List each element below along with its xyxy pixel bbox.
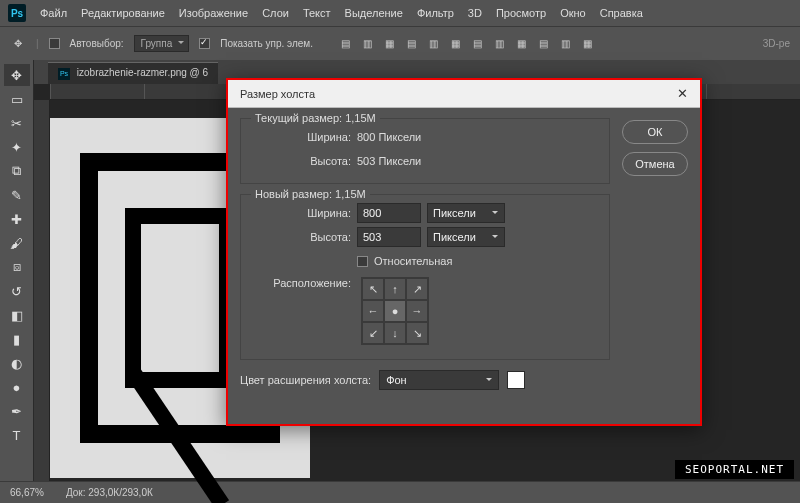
align-btn[interactable]: ▥ (555, 34, 575, 54)
anchor-e[interactable]: → (406, 300, 428, 322)
current-height-value: 503 Пиксели (357, 155, 421, 167)
ps-file-icon: Ps (58, 68, 70, 80)
new-size-value: 1,15M (335, 188, 366, 200)
align-btn[interactable]: ▦ (577, 34, 597, 54)
history-brush-tool[interactable]: ↺ (4, 280, 30, 302)
extension-color-label: Цвет расширения холста: (240, 374, 371, 386)
anchor-nw[interactable]: ↖ (362, 278, 384, 300)
autoselect-combo[interactable]: Группа (134, 35, 190, 52)
menu-3d[interactable]: 3D (468, 7, 482, 19)
anchor-w[interactable]: ← (362, 300, 384, 322)
current-size-value: 1,15M (345, 112, 376, 124)
eraser-tool[interactable]: ◧ (4, 304, 30, 326)
anchor-n[interactable]: ↑ (384, 278, 406, 300)
relative-checkbox[interactable] (357, 256, 368, 267)
align-btn[interactable]: ▥ (489, 34, 509, 54)
relative-label: Относительная (374, 255, 452, 267)
current-size-legend: Текущий размер: (255, 112, 342, 124)
menu-file[interactable]: Файл (40, 7, 67, 19)
align-btn[interactable]: ▤ (533, 34, 553, 54)
autoselect-label: Автовыбор: (70, 38, 124, 49)
align-btn[interactable]: ▤ (401, 34, 421, 54)
gradient-tool[interactable]: ▮ (4, 328, 30, 350)
three-d-label: 3D-ре (763, 38, 790, 49)
menu-select[interactable]: Выделение (345, 7, 403, 19)
new-width-label: Ширина: (251, 207, 357, 219)
anchor-c[interactable]: ● (384, 300, 406, 322)
align-btn[interactable]: ▤ (335, 34, 355, 54)
width-input[interactable]: 800 (357, 203, 421, 223)
app-logo: Ps (8, 4, 26, 22)
menu-window[interactable]: Окно (560, 7, 586, 19)
anchor-ne[interactable]: ↗ (406, 278, 428, 300)
anchor-sw[interactable]: ↙ (362, 322, 384, 344)
current-width-label: Ширина: (251, 131, 357, 143)
align-group: ▤ ▥ ▦ ▤ ▥ ▦ ▤ ▥ ▦ ▤ ▥ ▦ (335, 34, 597, 54)
show-controls-checkbox[interactable] (199, 38, 210, 49)
document-tab[interactable]: Ps izobrazhenie-razmer.png @ 6 (48, 62, 218, 84)
ok-button[interactable]: ОК (622, 120, 688, 144)
menu-image[interactable]: Изображение (179, 7, 248, 19)
new-size-legend: Новый размер: (255, 188, 332, 200)
menu-edit[interactable]: Редактирование (81, 7, 165, 19)
stamp-tool[interactable]: ⧇ (4, 256, 30, 278)
lasso-tool[interactable]: ✂ (4, 112, 30, 134)
menu-filter[interactable]: Фильтр (417, 7, 454, 19)
blur-tool[interactable]: ◐ (4, 352, 30, 374)
extension-color-swatch[interactable] (507, 371, 525, 389)
cancel-button[interactable]: Отмена (622, 152, 688, 176)
document-tab-label: izobrazhenie-razmer.png @ 6 (77, 67, 208, 78)
align-btn[interactable]: ▦ (511, 34, 531, 54)
new-height-label: Высота: (251, 231, 357, 243)
canvas-size-dialog: Размер холста ✕ ОК Отмена Текущий размер… (226, 78, 702, 426)
dodge-tool[interactable]: ● (4, 376, 30, 398)
current-width-value: 800 Пиксели (357, 131, 421, 143)
move-tool[interactable]: ✥ (4, 64, 30, 86)
zoom-level[interactable]: 66,67% (10, 487, 44, 498)
marquee-tool[interactable]: ▭ (4, 88, 30, 110)
align-btn[interactable]: ▦ (379, 34, 399, 54)
heal-tool[interactable]: ✚ (4, 208, 30, 230)
height-unit-combo[interactable]: Пиксели (427, 227, 505, 247)
align-btn[interactable]: ▦ (445, 34, 465, 54)
eyedropper-tool[interactable]: ✎ (4, 184, 30, 206)
current-size-group: Текущий размер: 1,15M Ширина: 800 Пиксел… (240, 118, 610, 184)
anchor-se[interactable]: ↘ (406, 322, 428, 344)
anchor-grid[interactable]: ↖ ↑ ↗ ← ● → ↙ ↓ ↘ (361, 277, 429, 345)
ruler-vertical (34, 100, 50, 481)
watermark: SEOPORTAL.NET (675, 460, 794, 479)
align-btn[interactable]: ▥ (423, 34, 443, 54)
show-controls-label: Показать упр. элем. (220, 38, 313, 49)
dialog-titlebar[interactable]: Размер холста ✕ (228, 80, 700, 108)
close-icon[interactable]: ✕ (670, 84, 694, 104)
new-size-group: Новый размер: 1,15M Ширина: 800 Пиксели … (240, 194, 610, 360)
autoselect-checkbox[interactable] (49, 38, 60, 49)
anchor-s[interactable]: ↓ (384, 322, 406, 344)
options-bar: ✥ | Автовыбор: Группа Показать упр. элем… (0, 26, 800, 60)
dialog-title: Размер холста (240, 88, 315, 100)
toolbox: ✥ ▭ ✂ ✦ ⧉ ✎ ✚ 🖌 ⧇ ↺ ◧ ▮ ◐ ● ✒ T (0, 60, 34, 481)
extension-color-combo[interactable]: Фон (379, 370, 499, 390)
anchor-label: Расположение: (251, 277, 357, 289)
menu-bar: Ps Файл Редактирование Изображение Слои … (0, 0, 800, 26)
menu-layers[interactable]: Слои (262, 7, 289, 19)
brush-tool[interactable]: 🖌 (4, 232, 30, 254)
wand-tool[interactable]: ✦ (4, 136, 30, 158)
height-input[interactable]: 503 (357, 227, 421, 247)
menu-view[interactable]: Просмотр (496, 7, 546, 19)
menu-text[interactable]: Текст (303, 7, 331, 19)
menu-help[interactable]: Справка (600, 7, 643, 19)
pen-tool[interactable]: ✒ (4, 400, 30, 422)
type-tool[interactable]: T (4, 424, 30, 446)
status-bar: 66,67% Док: 293,0К/293,0К (0, 481, 800, 503)
document-info[interactable]: Док: 293,0К/293,0К (66, 487, 153, 498)
move-tool-icon: ✥ (10, 36, 26, 52)
width-unit-combo[interactable]: Пиксели (427, 203, 505, 223)
align-btn[interactable]: ▤ (467, 34, 487, 54)
align-btn[interactable]: ▥ (357, 34, 377, 54)
current-height-label: Высота: (251, 155, 357, 167)
crop-tool[interactable]: ⧉ (4, 160, 30, 182)
